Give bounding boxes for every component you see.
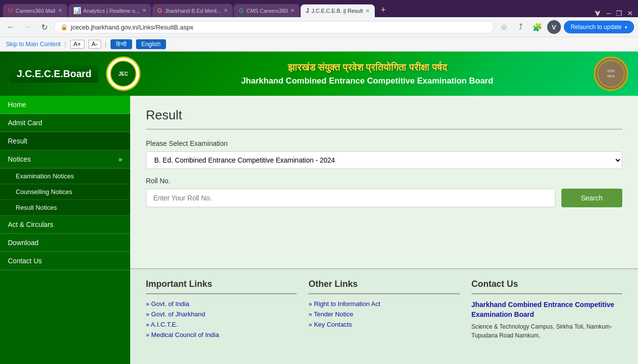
sidebar-subitem-counselling-notices[interactable]: Counselling Notices	[0, 184, 130, 200]
tab-label-jceceb: J.C.E.C.E.B. || Result	[311, 8, 363, 14]
sidebar-item-admit-card[interactable]: Admit Card	[0, 114, 130, 132]
sidebar-subitem-result-notices[interactable]: Result Notices	[0, 200, 130, 216]
main-content: Result Please Select Examination B. Ed. …	[130, 96, 638, 364]
exam-select-label: Please Select Examination	[146, 140, 622, 147]
roll-input[interactable]	[146, 189, 555, 207]
tab-favicon-bed: G	[157, 7, 162, 14]
svg-text:GOV: GOV	[607, 69, 615, 73]
tab-close-jceceb[interactable]: ✕	[365, 8, 370, 14]
profile-button[interactable]: V	[547, 20, 561, 34]
exam-select-section: Please Select Examination B. Ed. Combine…	[146, 140, 622, 169]
tab-label-cms: CMS Careers360	[246, 8, 288, 14]
contact-address: Science & Technology Campus, Sirkha Toli…	[472, 322, 622, 340]
sidebar-item-result[interactable]: Result	[0, 132, 130, 150]
window-controls: ⮟ ─ ❒ ✕	[594, 9, 638, 17]
browser-toolbar: ← → ↻ 🔒 ☆ ⤴ 🧩 V Relaunch to update ▾	[0, 17, 638, 37]
tab-analytics[interactable]: 📊 Analytics | Realtime o... ✕	[68, 4, 152, 17]
other-links-col: Other Links » Right to Information Act »…	[308, 279, 459, 341]
tab-favicon-mail: M	[8, 7, 13, 14]
new-tab-button[interactable]: +	[376, 3, 391, 17]
sidebar-item-notices[interactable]: Notices »	[0, 150, 130, 168]
tab-jceceb-result[interactable]: J J.C.E.C.E.B. || Result ✕	[301, 4, 374, 17]
reload-button[interactable]: ↻	[37, 20, 51, 34]
footer-link-govt-india[interactable]: » Govt. of India	[146, 300, 297, 308]
footer-link-tender[interactable]: » Tender Notice	[308, 310, 459, 318]
hindi-lang-btn[interactable]: हिन्दी	[111, 39, 132, 49]
tab-list-icon[interactable]: ⮟	[594, 9, 601, 17]
browser-chrome: M Careers360 Mail ✕ 📊 Analytics | Realti…	[0, 0, 638, 37]
sidebar-item-act-circulars[interactable]: Act & Circulars	[0, 216, 130, 234]
tab-cms-careers360[interactable]: G CMS Careers360 ✕	[234, 4, 300, 17]
site-header: J.C.E.C.E.Board JEC झारखंड संयुक्त प्रवे…	[0, 52, 638, 96]
exam-select[interactable]: B. Ed. Combined Entrance Competitive Exa…	[146, 151, 622, 169]
sidebar-item-result-label: Result	[8, 137, 28, 145]
share-icon[interactable]: ⤴	[514, 20, 527, 34]
svg-point-2	[596, 58, 626, 89]
sidebar-item-notices-label: Notices	[8, 155, 31, 163]
sidebar-item-home-label: Home	[8, 101, 26, 109]
relaunch-label: Relaunch to update	[571, 24, 622, 30]
header-text-block: झारखंड संयुक्त प्रवेश प्रतियोगिता परीक्ष…	[148, 62, 586, 86]
notices-chevron-icon: »	[118, 155, 122, 163]
font-decrease-btn[interactable]: A-	[88, 40, 101, 49]
header-logo: JEC	[106, 56, 140, 91]
tab-label-bed: Jharkhand B.Ed Merit...	[165, 8, 221, 14]
sidebar-subitem-exam-notices[interactable]: Examination Notices	[0, 168, 130, 184]
tab-close-mail[interactable]: ✕	[58, 7, 62, 14]
lock-icon: 🔒	[60, 24, 68, 30]
close-icon[interactable]: ✕	[627, 9, 633, 17]
tab-close-analytics[interactable]: ✕	[142, 7, 146, 14]
tab-jharkhand-bed[interactable]: G Jharkhand B.Ed Merit... ✕	[152, 4, 233, 17]
font-increase-btn[interactable]: A+	[70, 40, 84, 49]
tab-favicon-cms: G	[239, 7, 244, 14]
site-name-block: J.C.E.C.E.Board	[10, 65, 98, 83]
tab-careers360-mail[interactable]: M Careers360 Mail ✕	[3, 4, 67, 17]
relaunch-chevron-icon: ▾	[625, 25, 627, 30]
footer-link-key-contacts[interactable]: » Key Contacts	[308, 321, 459, 328]
important-links-title: Important Links	[146, 279, 297, 294]
sidebar-subitem-result-notices-label: Result Notices	[16, 204, 57, 211]
svg-text:INDIA: INDIA	[607, 75, 615, 78]
address-input[interactable]	[71, 24, 488, 31]
sidebar-item-contact-us-label: Contact Us	[8, 257, 42, 265]
content-spacer	[130, 229, 638, 268]
roll-label: Roll No.	[146, 177, 622, 185]
emblem-svg: GOV INDIA	[595, 57, 627, 90]
sidebar-item-download-label: Download	[8, 239, 38, 247]
browser-tabs: M Careers360 Mail ✕ 📊 Analytics | Realti…	[0, 0, 638, 17]
english-lang-btn[interactable]: English	[136, 39, 166, 49]
header-hindi-title: झारखंड संयुक्त प्रवेश प्रतियोगिता परीक्ष…	[148, 62, 586, 73]
header-emblem: GOV INDIA	[594, 56, 628, 91]
footer-link-govt-jharkhand[interactable]: » Govt. of Jharkhand	[146, 310, 297, 318]
bookmark-icon[interactable]: ☆	[497, 20, 511, 34]
address-bar[interactable]: 🔒	[54, 21, 494, 33]
footer-link-aicte[interactable]: » A.I.C.T.E.	[146, 321, 297, 328]
minimize-icon[interactable]: ─	[606, 9, 611, 17]
accessibility-bar: Skip to Main Content | A+ A- | हिन्दी En…	[0, 37, 638, 52]
other-links-title: Other Links	[308, 279, 459, 294]
sidebar-item-contact-us[interactable]: Contact Us	[0, 252, 130, 270]
back-button[interactable]: ←	[4, 20, 18, 34]
page-title: Result	[146, 108, 622, 130]
sidebar-item-act-circulars-label: Act & Circulars	[8, 221, 54, 228]
important-links-col: Important Links » Govt. of India » Govt.…	[146, 279, 297, 341]
content-inner: Result Please Select Examination B. Ed. …	[130, 96, 638, 229]
tab-close-bed[interactable]: ✕	[223, 7, 228, 14]
sidebar-item-home[interactable]: Home	[0, 96, 130, 114]
sidebar-item-download[interactable]: Download	[0, 234, 130, 252]
roll-input-row: Search	[146, 189, 622, 207]
header-eng-title: Jharkhand Combined Entrance Competitive …	[148, 76, 586, 86]
extensions-icon[interactable]: 🧩	[530, 20, 544, 34]
site-name-text: J.C.E.C.E.Board	[17, 68, 91, 79]
footer-link-rti[interactable]: » Right to Information Act	[308, 300, 459, 308]
contact-us-col: Contact Us Jharkhand Combined Entrance C…	[472, 279, 622, 341]
forward-button[interactable]: →	[21, 20, 34, 34]
sidebar: Home Admit Card Result Notices » Examina…	[0, 96, 130, 364]
search-button[interactable]: Search	[561, 189, 622, 207]
skip-link[interactable]: Skip to Main Content	[6, 41, 60, 48]
relaunch-button[interactable]: Relaunch to update ▾	[564, 21, 634, 33]
restore-icon[interactable]: ❒	[616, 9, 622, 17]
tab-close-cms[interactable]: ✕	[290, 7, 295, 14]
footer-link-medical-council[interactable]: » Medical Council of India	[146, 331, 297, 338]
roll-section: Roll No. Search	[146, 177, 622, 207]
